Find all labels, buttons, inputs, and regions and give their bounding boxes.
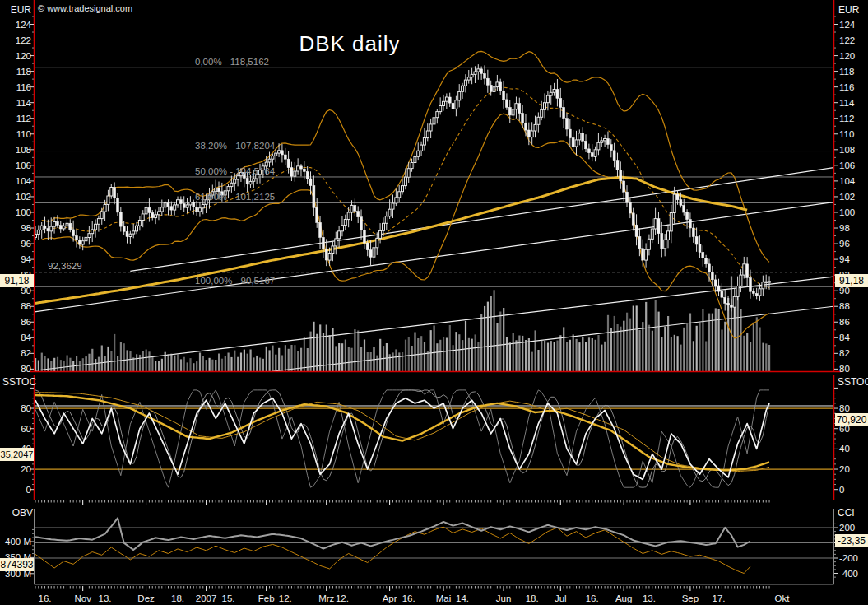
sstoc-value-box-right: 70,920 xyxy=(835,413,868,426)
svg-text:98: 98 xyxy=(21,223,31,233)
svg-text:84: 84 xyxy=(839,333,850,342)
copyright: © www.tradesignal.com xyxy=(38,3,132,13)
svg-text:84: 84 xyxy=(21,333,31,342)
svg-text:118: 118 xyxy=(16,67,31,77)
svg-text:13.: 13. xyxy=(99,593,112,603)
svg-text:15.: 15. xyxy=(222,593,235,603)
svg-text:82: 82 xyxy=(839,348,850,358)
svg-text:108: 108 xyxy=(16,145,31,155)
svg-text:Jun: Jun xyxy=(496,593,512,603)
svg-text:102: 102 xyxy=(16,192,31,202)
svg-text:100,00% - 90,5167: 100,00% - 90,5167 xyxy=(195,276,275,286)
svg-text:Aug: Aug xyxy=(615,593,632,603)
main-price-panel xyxy=(35,67,833,287)
obv-value-box: 874393 xyxy=(0,558,34,571)
svg-text:18.: 18. xyxy=(526,593,539,603)
chart-title: DBK daily xyxy=(243,31,457,57)
svg-text:Mrz: Mrz xyxy=(318,593,334,603)
svg-text:Nov: Nov xyxy=(74,593,91,603)
svg-text:Okt: Okt xyxy=(774,593,790,603)
cci-panel-title: CCI xyxy=(838,507,855,519)
svg-text:88: 88 xyxy=(839,301,850,311)
svg-text:61,80% - 101,2125: 61,80% - 101,2125 xyxy=(195,192,275,202)
svg-text:16.: 16. xyxy=(39,593,52,603)
svg-text:106: 106 xyxy=(839,161,855,170)
svg-text:98: 98 xyxy=(839,223,850,233)
date-axis-labels: 16.Nov13.Dez18.200715.Feb12.Mrz12.Apr16.… xyxy=(39,593,791,603)
svg-text:96: 96 xyxy=(21,239,31,249)
svg-text:86: 86 xyxy=(839,317,850,327)
svg-text:0: 0 xyxy=(26,485,31,495)
svg-text:Dez: Dez xyxy=(137,593,155,603)
svg-text:50,00% - 104,5164: 50,00% - 104,5164 xyxy=(195,166,276,176)
svg-text:0: 0 xyxy=(839,485,844,495)
svg-text:16.: 16. xyxy=(402,593,415,603)
svg-text:Mai: Mai xyxy=(436,593,452,603)
chart-canvas[interactable]: 0,00% - 118,516238,20% - 107,820450,00% … xyxy=(0,0,868,605)
obv-cci-panel xyxy=(35,518,833,573)
svg-text:110: 110 xyxy=(839,129,854,139)
svg-text:80: 80 xyxy=(21,403,31,413)
svg-text:80: 80 xyxy=(839,364,850,374)
svg-text:200: 200 xyxy=(839,523,855,533)
svg-text:120: 120 xyxy=(839,51,855,61)
svg-text:120: 120 xyxy=(16,51,31,61)
right-axis-currency: EUR xyxy=(838,4,859,16)
svg-text:20: 20 xyxy=(21,464,31,474)
svg-text:94: 94 xyxy=(21,254,31,264)
left-axis-currency: EUR xyxy=(0,4,31,16)
svg-text:122: 122 xyxy=(16,35,31,45)
svg-text:60: 60 xyxy=(21,424,31,434)
main-labels: 0,00% - 118,516238,20% - 107,820450,00% … xyxy=(48,57,276,286)
svg-text:94: 94 xyxy=(839,254,850,264)
svg-text:2007: 2007 xyxy=(196,593,217,603)
volume-bars xyxy=(35,277,770,372)
svg-text:114: 114 xyxy=(16,98,32,108)
panel-frames xyxy=(30,0,841,584)
svg-text:116: 116 xyxy=(16,82,31,92)
svg-text:13.: 13. xyxy=(643,593,656,603)
svg-text:40: 40 xyxy=(839,444,850,454)
bollinger-bands xyxy=(42,51,769,337)
sstoc-panel-title-right: SSTOC xyxy=(838,376,868,388)
svg-text:12.: 12. xyxy=(279,593,292,603)
svg-text:124: 124 xyxy=(839,20,856,30)
svg-text:112: 112 xyxy=(839,114,854,123)
svg-text:-200: -200 xyxy=(839,553,858,563)
svg-text:106: 106 xyxy=(16,161,31,170)
sstoc-panel xyxy=(35,390,833,487)
last-price-box-right: 91,18 xyxy=(835,274,868,287)
svg-text:116: 116 xyxy=(839,82,854,92)
candles-series xyxy=(35,64,771,318)
svg-text:112: 112 xyxy=(16,114,31,123)
svg-text:80: 80 xyxy=(839,403,850,413)
svg-text:104: 104 xyxy=(839,176,856,186)
svg-text:114: 114 xyxy=(839,98,855,108)
sstoc-panel-title-left: SSTOC xyxy=(2,376,36,388)
svg-text:122: 122 xyxy=(839,35,855,45)
svg-text:88: 88 xyxy=(21,301,31,311)
svg-text:102: 102 xyxy=(839,192,855,202)
svg-text:Jul: Jul xyxy=(555,593,567,603)
last-price-box-left: 91,18 xyxy=(0,274,34,287)
svg-text:14.: 14. xyxy=(456,593,469,603)
svg-text:Apr: Apr xyxy=(383,593,397,603)
svg-text:100: 100 xyxy=(839,207,855,217)
svg-text:38,20% - 107,8204: 38,20% - 107,8204 xyxy=(195,141,276,151)
svg-text:96: 96 xyxy=(839,239,850,249)
svg-text:12.: 12. xyxy=(336,593,349,603)
svg-text:20: 20 xyxy=(839,464,850,474)
svg-text:80: 80 xyxy=(21,364,31,374)
svg-text:16.: 16. xyxy=(586,593,599,603)
cci-value-box: -23,35 xyxy=(835,534,868,547)
svg-text:0,00% - 118,5162: 0,00% - 118,5162 xyxy=(195,57,269,67)
svg-text:92,3629: 92,3629 xyxy=(48,261,82,271)
svg-text:Feb: Feb xyxy=(258,593,275,603)
obv-panel-title: OBV xyxy=(0,507,33,519)
svg-text:-400: -400 xyxy=(839,569,858,579)
svg-text:400 M: 400 M xyxy=(5,537,31,547)
tradesignal-chart-window: 0,00% - 118,516238,20% - 107,820450,00% … xyxy=(0,0,868,605)
svg-text:110: 110 xyxy=(16,129,31,139)
svg-text:Sep: Sep xyxy=(682,593,699,603)
svg-text:18.: 18. xyxy=(171,593,184,603)
